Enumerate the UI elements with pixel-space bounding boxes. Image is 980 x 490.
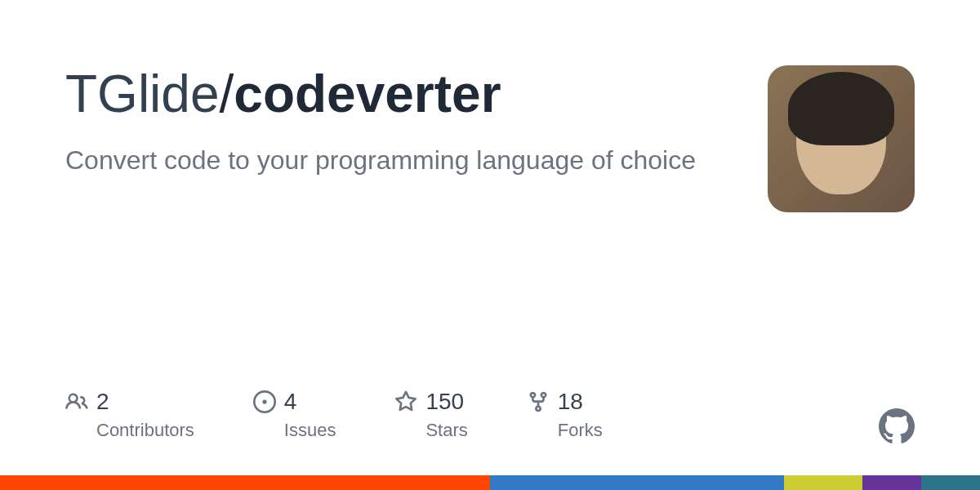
- repo-name[interactable]: codeverter: [234, 65, 501, 123]
- star-icon: [394, 390, 417, 413]
- language-bar: [0, 475, 980, 490]
- lang-segment-5: [921, 475, 980, 490]
- stats-bar: 2 Contributors 4 Issues 150 Stars: [65, 389, 603, 441]
- stat-contributors[interactable]: 2 Contributors: [65, 389, 194, 441]
- avatar[interactable]: [768, 65, 915, 212]
- contributors-value: 2: [96, 389, 109, 415]
- issues-value: 4: [284, 389, 297, 415]
- stars-value: 150: [425, 389, 464, 415]
- github-logo-icon[interactable]: [879, 408, 915, 444]
- stars-label: Stars: [425, 420, 467, 441]
- repo-separator: /: [220, 65, 234, 123]
- issues-label: Issues: [284, 420, 336, 441]
- repo-description: Convert code to your programming languag…: [65, 142, 702, 179]
- contributors-label: Contributors: [96, 420, 194, 441]
- lang-segment-4: [862, 475, 921, 490]
- fork-icon: [527, 390, 550, 413]
- forks-value: 18: [558, 389, 583, 415]
- lang-segment-1: [0, 475, 490, 490]
- forks-label: Forks: [558, 420, 603, 441]
- stat-stars[interactable]: 150 Stars: [394, 389, 467, 441]
- stat-forks[interactable]: 18 Forks: [527, 389, 603, 441]
- lang-segment-3: [784, 475, 862, 490]
- repo-title: TGlide/codeverter: [65, 65, 735, 122]
- lang-segment-2: [490, 475, 784, 490]
- people-icon: [65, 390, 88, 413]
- issue-icon: [253, 390, 276, 413]
- repo-owner[interactable]: TGlide: [65, 65, 220, 123]
- stat-issues[interactable]: 4 Issues: [253, 389, 336, 441]
